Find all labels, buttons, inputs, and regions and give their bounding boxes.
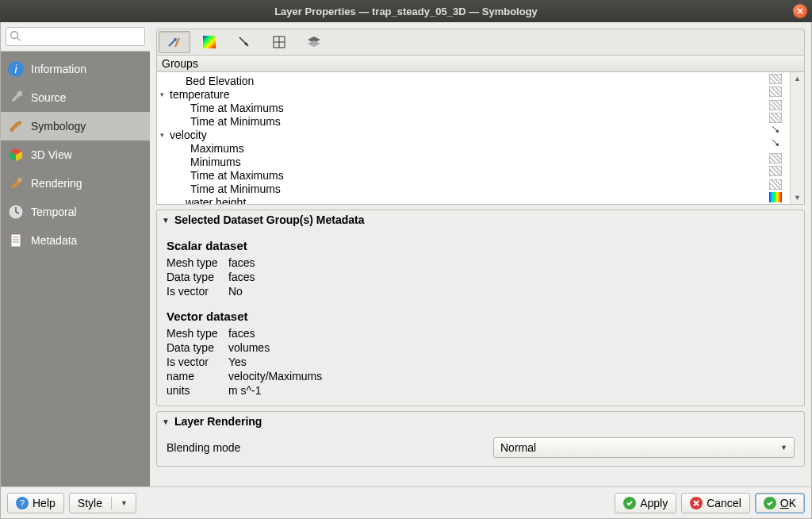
- tree-item[interactable]: water height: [157, 195, 761, 204]
- scalar-dataset-heading: Scalar dataset: [167, 239, 795, 252]
- chevron-down-icon: ▼: [162, 216, 170, 225]
- style-button[interactable]: Style ▼: [69, 493, 136, 513]
- swatch-arrow[interactable]: [761, 125, 790, 138]
- swatch-hatch[interactable]: [761, 98, 790, 112]
- chevron-down-icon: ▼: [121, 499, 128, 507]
- swatch-hatch[interactable]: [761, 72, 790, 86]
- sidebar-item-label: Information: [31, 63, 86, 75]
- expand-icon[interactable]: ▾: [160, 90, 170, 98]
- sidebar-item-information[interactable]: i Information: [1, 55, 150, 83]
- chevron-down-icon: ▼: [162, 417, 170, 426]
- main-panel: Groups Bed Elevation ▾temperature Time a…: [150, 22, 811, 486]
- scroll-up-button[interactable]: ▲: [791, 72, 804, 85]
- brush-icon: [7, 117, 25, 135]
- metadata-section: ▼ Selected Dataset Group(s) Metadata Sca…: [156, 210, 805, 406]
- apply-button[interactable]: Apply: [615, 493, 676, 513]
- kv-row: namevelocity/Maximums: [167, 369, 795, 383]
- svg-line-3: [17, 38, 21, 41]
- section-title: Selected Dataset Group(s) Metadata: [174, 213, 365, 226]
- kv-row: Mesh typefaces: [167, 256, 795, 270]
- tree-item[interactable]: Time at Minimums: [157, 114, 761, 128]
- search-icon: [10, 30, 21, 44]
- gradient-icon: [201, 34, 217, 50]
- svg-point-2: [11, 32, 18, 39]
- swatch-arrow[interactable]: [761, 138, 790, 152]
- tool-vectors[interactable]: [228, 31, 260, 53]
- grid-icon: [271, 34, 287, 50]
- kv-row: unitsm s^-1: [167, 383, 795, 398]
- kv-row: Data typevolumes: [167, 340, 795, 355]
- blending-mode-combo[interactable]: Normal ▼: [493, 437, 795, 458]
- tool-contours[interactable]: [193, 31, 225, 53]
- check-icon: [623, 497, 636, 509]
- tree-item[interactable]: ▾temperature: [157, 87, 761, 101]
- tree-item[interactable]: Time at Maximums: [157, 101, 761, 114]
- swatch-hatch[interactable]: [761, 86, 790, 99]
- tool-general[interactable]: [159, 31, 190, 53]
- sidebar-item-symbology[interactable]: Symbology: [1, 112, 150, 140]
- document-icon: [7, 232, 25, 249]
- swatch-hatch[interactable]: [761, 165, 790, 179]
- layer-rendering-toggle[interactable]: ▼ Layer Rendering: [157, 412, 804, 431]
- scroll-down-button[interactable]: ▼: [791, 191, 804, 204]
- tool-mesh[interactable]: [263, 31, 295, 53]
- tree-scrollbar[interactable]: ▲ ▼: [790, 72, 804, 204]
- sidebar-item-label: Source: [31, 91, 66, 104]
- sidebar-item-source[interactable]: Source: [1, 83, 150, 112]
- tree-item[interactable]: ▾velocity: [157, 128, 761, 141]
- sidebar-item-metadata[interactable]: Metadata: [1, 226, 150, 255]
- cancel-icon: [690, 497, 703, 509]
- ok-button[interactable]: OOKK: [755, 493, 805, 513]
- tool-averaging[interactable]: [298, 31, 330, 53]
- svg-marker-25: [308, 40, 320, 47]
- swatch-hatch[interactable]: [761, 112, 790, 125]
- dialog-footer: ? Help Style ▼ Apply Cancel OOKK: [1, 486, 811, 518]
- sidebar-item-label: Metadata: [31, 234, 77, 247]
- cube-icon: [7, 146, 25, 163]
- swatch-hatch[interactable]: [761, 152, 790, 165]
- metadata-section-toggle[interactable]: ▼ Selected Dataset Group(s) Metadata: [157, 210, 804, 229]
- sidebar-item-temporal[interactable]: Temporal: [1, 198, 150, 226]
- check-icon: [764, 497, 776, 509]
- swatch-hatch[interactable]: [761, 178, 790, 191]
- tools-icon: [167, 34, 182, 50]
- symbology-toolbar: [156, 29, 805, 56]
- help-icon: ?: [16, 497, 29, 509]
- svg-point-17: [174, 38, 177, 41]
- svg-rect-13: [11, 234, 21, 247]
- sidebar-item-3dview[interactable]: 3D View: [1, 140, 150, 169]
- sidebar-search-input[interactable]: [6, 27, 145, 46]
- layer-rendering-section: ▼ Layer Rendering Blending mode Normal ▼: [156, 411, 805, 467]
- sidebar-item-label: Symbology: [31, 120, 86, 133]
- info-icon: i: [7, 60, 25, 78]
- groups-panel: Groups Bed Elevation ▾temperature Time a…: [156, 56, 805, 205]
- kv-row: Is vectorYes: [167, 355, 795, 369]
- tree-item[interactable]: Maximums: [157, 141, 761, 155]
- sidebar-item-rendering[interactable]: Rendering: [1, 169, 150, 198]
- tree-item[interactable]: Time at Maximums: [157, 168, 761, 182]
- tree-item[interactable]: Bed Elevation: [157, 74, 761, 87]
- blending-mode-label: Blending mode: [167, 441, 484, 454]
- section-title: Layer Rendering: [174, 415, 262, 428]
- wrench-icon: [7, 89, 25, 106]
- layers-icon: [306, 34, 322, 50]
- svg-rect-18: [203, 36, 216, 48]
- clock-icon: [7, 203, 25, 221]
- swatch-column: [761, 72, 790, 204]
- dataset-tree[interactable]: Bed Elevation ▾temperature Time at Maxim…: [157, 72, 761, 204]
- window-close-button[interactable]: [793, 4, 807, 18]
- combo-value: Normal: [500, 441, 536, 454]
- groups-header: Groups: [157, 56, 804, 72]
- tree-item[interactable]: Minimums: [157, 155, 761, 168]
- vector-dataset-heading: Vector dataset: [167, 309, 795, 323]
- sidebar: i Information Source Symbology 3D View: [1, 22, 150, 486]
- expand-icon[interactable]: ▾: [160, 131, 170, 139]
- help-button[interactable]: ? Help: [7, 493, 64, 513]
- kv-row: Data typefaces: [167, 270, 795, 284]
- swatch-rainbow[interactable]: [761, 191, 790, 205]
- sidebar-item-label: 3D View: [31, 148, 72, 161]
- paintbrush-icon: [7, 175, 25, 192]
- tree-item[interactable]: Time at Minimums: [157, 182, 761, 195]
- cancel-button[interactable]: Cancel: [681, 493, 750, 513]
- close-icon: [796, 7, 804, 15]
